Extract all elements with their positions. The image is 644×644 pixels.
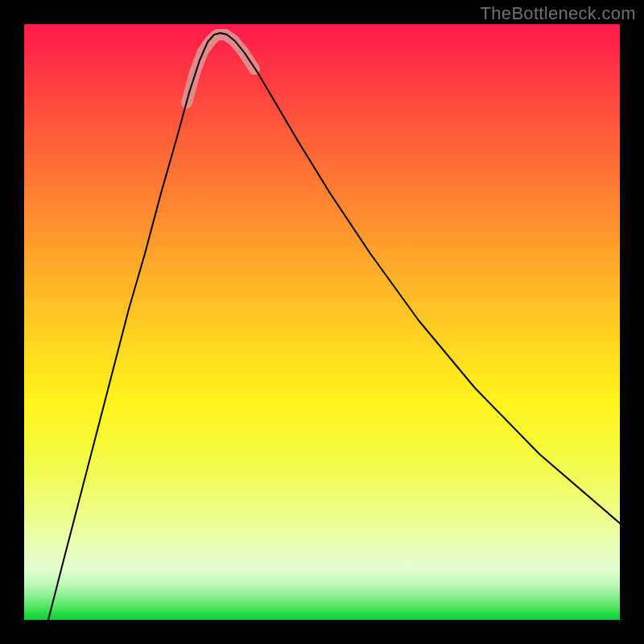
bottleneck-curve bbox=[48, 33, 620, 620]
chart-svg bbox=[24, 24, 620, 620]
watermark-text: TheBottleneck.com bbox=[481, 3, 636, 24]
plot-area bbox=[24, 24, 620, 620]
chart-frame: TheBottleneck.com bbox=[0, 0, 644, 644]
